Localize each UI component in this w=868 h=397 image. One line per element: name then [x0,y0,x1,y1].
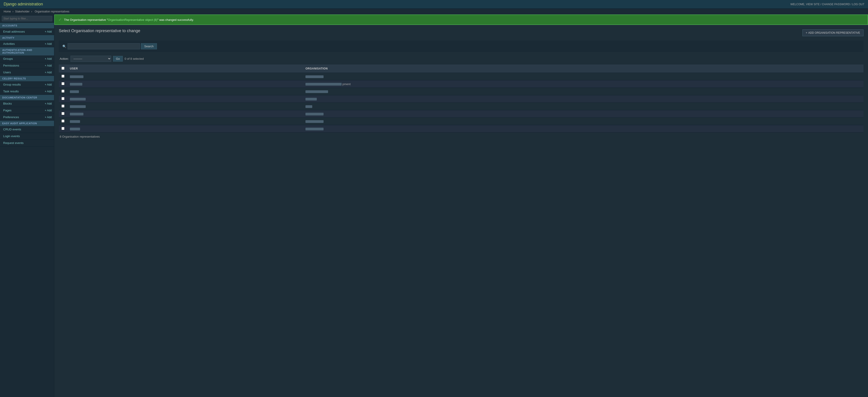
row-checkbox[interactable] [62,119,64,122]
user-link[interactable] [70,75,84,78]
section-accounts: ACCOUNTS [0,23,54,28]
section-docs: DOCUMENTATION CENTER [0,95,54,100]
row-checkbox[interactable] [62,90,64,92]
sidebar-filter-container [0,15,54,23]
success-text: The Organisation representative "Organis… [64,18,194,22]
success-object-link[interactable]: OrganisationRepresentative object (8) [108,18,157,22]
log-out-link[interactable]: LOG OUT [852,3,864,6]
row-checkbox[interactable] [62,75,64,78]
breadcrumb-current: Organisation representatives [35,10,69,13]
sidebar-item-activities[interactable]: Activities + Add [0,40,54,47]
record-count: 8 Organisation representatives [60,135,100,138]
user-link[interactable] [70,112,84,116]
success-icon: ✓ [58,17,62,22]
sidebar-item-pages[interactable]: Pages + Add [0,107,54,114]
sidebar: ACCOUNTS Email addresses + Add ACTIVITY … [0,15,54,397]
table-header-row: USER ORGANISATION [59,64,864,73]
page-title: Select Organisation representative to ch… [59,29,140,33]
sidebar-item-email-addresses[interactable]: Email addresses + Add [0,28,54,35]
table-row [59,88,864,95]
sidebar-item-group-results[interactable]: Group results + Add [0,81,54,88]
user-link[interactable] [70,82,82,86]
sidebar-item-blocks[interactable]: Blocks + Add [0,100,54,107]
sidebar-item-preferences[interactable]: Preferences + Add [0,114,54,121]
site-title: Django administration [4,2,43,6]
table-footer: 8 Organisation representatives [59,133,864,141]
breadcrumb-home[interactable]: Home [4,10,11,13]
user-link[interactable] [70,120,80,123]
col-user[interactable]: USER [67,64,303,73]
table-row [59,73,864,80]
select-all-header [59,64,67,73]
row-checkbox[interactable] [62,105,64,108]
row-checkbox[interactable] [62,112,64,115]
table-row [59,103,864,110]
section-auth: AUTHENTICATION AND AUTHORIZATION [0,47,54,55]
search-input[interactable] [68,43,140,49]
view-site-link[interactable]: VIEW SITE [806,3,819,6]
search-bar: 🔍 Search [59,40,864,52]
sidebar-toggle[interactable]: ‹ [54,207,54,214]
user-link[interactable] [70,90,79,93]
sidebar-item-login-events[interactable]: Login events [0,133,54,140]
row-checkbox[interactable] [62,82,64,85]
action-bar: Action: --------- Go 0 of 8 selected [59,56,864,62]
success-message: ✓ The Organisation representative "Organ… [54,15,868,25]
sidebar-item-users[interactable]: Users + Add [0,69,54,76]
table-row [59,125,864,133]
user-link[interactable] [70,97,86,101]
col-organisation[interactable]: ORGANISATION [303,64,864,73]
content-inner: Select Organisation representative to ch… [54,25,868,144]
select-all-checkbox[interactable] [62,67,64,70]
welcome-text: WELCOME, [790,3,805,6]
breadcrumb: Home › Stakeholder › Organisation repres… [0,8,868,15]
row-checkbox[interactable] [62,127,64,130]
sidebar-filter-input[interactable] [2,16,52,21]
sidebar-item-crud-events[interactable]: CRUD events [0,126,54,133]
add-button-label: ADD ORGANISATION REPRESENTATIVE [808,31,860,34]
sidebar-item-groups[interactable]: Groups + Add [0,55,54,62]
add-button-plus-icon: + [806,31,807,34]
main-container: ACCOUNTS Email addresses + Add ACTIVITY … [0,15,868,397]
user-link[interactable] [70,105,86,108]
action-select[interactable]: --------- [70,56,111,62]
table-row [59,110,864,118]
section-activity: ACTIVITY [0,35,54,40]
breadcrumb-stakeholder[interactable]: Stakeholder [15,10,30,13]
header-right: WELCOME, VIEW SITE / CHANGE PASSWORD / L… [790,3,864,6]
sidebar-item-request-events[interactable]: Request events [0,140,54,146]
sidebar-item-task-results[interactable]: Task results + Add [0,88,54,95]
section-celery: CELERY RESULTS [0,76,54,81]
action-label: Action: [60,57,69,60]
change-password-link[interactable]: CHANGE PASSWORD [822,3,850,6]
header: Django administration WELCOME, VIEW SITE… [0,0,868,8]
user-link[interactable] [70,127,80,131]
selected-count: 0 of 8 selected [125,57,144,60]
add-organisation-representative-button[interactable]: + ADD ORGANISATION REPRESENTATIVE [802,29,864,36]
go-button[interactable]: Go [113,56,123,62]
content-area: ✓ The Organisation representative "Organ… [54,15,868,397]
table-row [59,95,864,103]
section-audit: EASY AUDIT APPLICATION [0,121,54,126]
data-table: USER ORGANISATION pment [59,64,864,133]
row-checkbox[interactable] [62,97,64,100]
search-icon: 🔍 [62,45,66,48]
search-button[interactable]: Search [141,43,157,49]
table-row: pment [59,80,864,88]
sidebar-item-permissions[interactable]: Permissions + Add [0,62,54,69]
title-row: Select Organisation representative to ch… [59,29,864,37]
table-row [59,118,864,125]
